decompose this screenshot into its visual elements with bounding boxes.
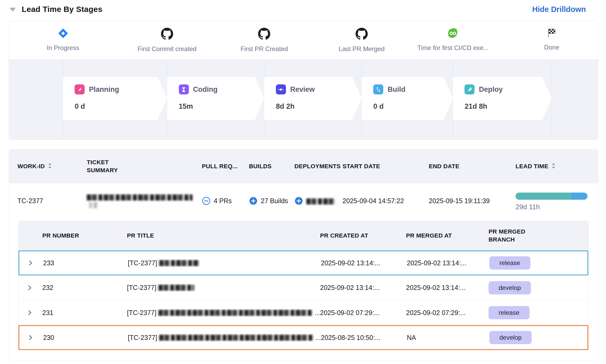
collapse-prs-icon[interactable]	[202, 197, 211, 205]
github-icon	[161, 28, 173, 41]
col-pull-requests: PULL REQ...	[202, 162, 249, 170]
col-pr-created-at: PR CREATED AT	[320, 232, 406, 240]
lead-time-cell: 29d 11h	[516, 191, 587, 211]
stage-duration: 8d 2h	[276, 102, 362, 111]
col-pr-title: PR TITLE	[127, 232, 320, 240]
pr-row-232[interactable]: 232 [TC-2377] 2025-09-02 13:14:... 2025-…	[19, 275, 588, 300]
end-date-value: 2025-09-15 19:11:39	[429, 197, 516, 205]
stage-duration: 0 d	[75, 102, 167, 111]
github-icon	[258, 28, 270, 41]
hide-drilldown-link[interactable]: Hide Drilldown	[532, 5, 586, 14]
pr-title: [TC-2377]...	[128, 334, 321, 342]
expand-row-icon[interactable]	[26, 309, 42, 316]
col-ticket-summary: TICKET SUMMARY	[87, 158, 130, 175]
pr-table: PR NUMBER PR TITLE PR CREATED AT PR MERG…	[18, 221, 589, 350]
milestone-first-pr: First PR Created	[241, 28, 288, 53]
col-deployments: DEPLOYMENTS	[294, 162, 343, 170]
expand-row-icon[interactable]	[27, 259, 43, 267]
pr-row-231[interactable]: 231 [TC-2377]... 2025-09-02 07:29:... 20…	[19, 300, 588, 325]
branch-badge: release	[489, 256, 530, 270]
work-table-header: WORK-ID TICKET SUMMARY PULL REQ... BUILD…	[9, 149, 598, 183]
stage-deploy: Deploy 21d 8h	[453, 77, 552, 120]
expand-row-icon[interactable]	[26, 284, 42, 292]
pr-created-at: 2025-09-02 13:14:...	[320, 284, 406, 292]
col-start-date: START DATE	[343, 162, 429, 170]
stage-build: Build 0 d	[362, 77, 453, 120]
milestone-last-pr-merged: Last PR Merged	[339, 28, 385, 53]
milestone-label: First Commit created	[138, 45, 197, 53]
milestone-label: In Progress	[47, 44, 79, 52]
drilldown-table-card: WORK-ID TICKET SUMMARY PULL REQ... BUILD…	[9, 149, 598, 361]
sort-icon[interactable]	[552, 163, 555, 170]
milestone-label: First PR Created	[241, 45, 288, 53]
stage-name: Review	[290, 85, 315, 94]
cicd-icon	[447, 28, 458, 40]
milestone-label: Time for first CI/CD exe...	[417, 44, 489, 52]
work-id-value: TC-2377	[17, 197, 87, 205]
col-end-date: END DATE	[429, 162, 516, 170]
pr-row-233[interactable]: 233 [TC-2377] 2025-09-02 13:14:... 2025-…	[19, 251, 588, 275]
pr-count: 4 PRs	[214, 197, 232, 205]
pr-merged-at: NA	[407, 334, 489, 342]
milestone-in-progress: In Progress	[47, 28, 79, 52]
pr-number: 232	[42, 284, 127, 292]
lead-time-by-stages-panel: Lead Time By Stages Hide Drilldown In Pr…	[0, 0, 606, 364]
branch-badge: release	[489, 306, 530, 319]
stage-duration: 0 d	[373, 102, 453, 111]
work-item-row[interactable]: TC-2377 4 PRs 27 Builds	[9, 183, 598, 219]
pr-created-at: 2025-08-25 10:50:...	[321, 334, 407, 342]
col-pr-merged-at: PR MERGED AT	[406, 232, 489, 240]
stage-planning: Planning 0 d	[63, 77, 167, 120]
col-pr-merged-branch: PR MERGED BRANCH	[489, 228, 532, 244]
col-lead-time: LEAD TIME	[516, 162, 548, 170]
pr-merged-at: 2025-09-02 13:14:...	[406, 284, 489, 292]
ticket-summary-redacted	[87, 193, 202, 209]
lead-time-value: 29d 11h	[516, 203, 587, 211]
jira-icon	[57, 28, 69, 40]
lead-bar-teal-segment	[516, 193, 572, 200]
milestone-cicd: Time for first CI/CD exe...	[417, 28, 489, 52]
pen-icon	[75, 84, 85, 94]
expand-deployments-icon[interactable]	[294, 197, 303, 205]
col-work-id: WORK-ID	[17, 162, 45, 170]
col-builds: BUILDS	[249, 162, 294, 170]
panel-header: Lead Time By Stages Hide Drilldown	[0, 0, 606, 14]
stage-name: Build	[388, 85, 405, 94]
stage-review: Review 8d 2h	[264, 77, 362, 120]
stage-track: Planning 0 d Coding 15m Revi	[9, 59, 598, 140]
pr-branch-cell: develop	[489, 331, 587, 344]
commit-diamond-icon	[276, 84, 286, 94]
deployments-redacted	[306, 197, 335, 205]
pr-row-230[interactable]: 230 [TC-2377]... 2025-08-25 10:50:... NA…	[19, 325, 588, 350]
milestone-label: Done	[544, 44, 559, 51]
expand-row-icon[interactable]	[27, 334, 43, 341]
expand-builds-icon[interactable]	[249, 197, 258, 205]
milestone-label: Last PR Merged	[339, 45, 385, 53]
lead-time-bar	[516, 193, 587, 200]
pr-number: 231	[42, 309, 127, 317]
pr-created-at: 2025-09-02 13:14:...	[321, 259, 407, 267]
branch-badge: develop	[489, 331, 532, 344]
pr-number: 233	[43, 259, 128, 267]
milestone-done: Done	[544, 28, 559, 51]
stages-card: In Progress First Commit created First P…	[9, 21, 598, 140]
stage-duration: 21d 8h	[464, 102, 552, 111]
milestone-first-commit: First Commit created	[138, 28, 197, 53]
pr-number: 230	[43, 334, 128, 342]
pr-created-at: 2025-09-02 07:29:...	[320, 309, 406, 317]
branch-badge: develop	[489, 281, 531, 294]
page-title: Lead Time By Stages	[22, 5, 102, 14]
pr-merged-at: 2025-09-02 07:29:...	[406, 309, 489, 317]
pr-merged-at: 2025-09-02 13:14:...	[407, 259, 489, 267]
branch-icon	[373, 84, 383, 94]
pr-branch-cell: develop	[489, 281, 588, 294]
pr-branch-cell: release	[489, 306, 588, 319]
sort-icon[interactable]	[48, 163, 52, 170]
collapse-icon[interactable]	[10, 8, 16, 12]
finish-flag-icon	[546, 28, 557, 39]
pr-title: [TC-2377]	[127, 284, 320, 292]
builds-count: 27 Builds	[261, 197, 288, 205]
pr-table-header: PR NUMBER PR TITLE PR CREATED AT PR MERG…	[19, 221, 588, 251]
github-icon	[356, 28, 368, 41]
pr-title: [TC-2377]	[128, 259, 321, 267]
